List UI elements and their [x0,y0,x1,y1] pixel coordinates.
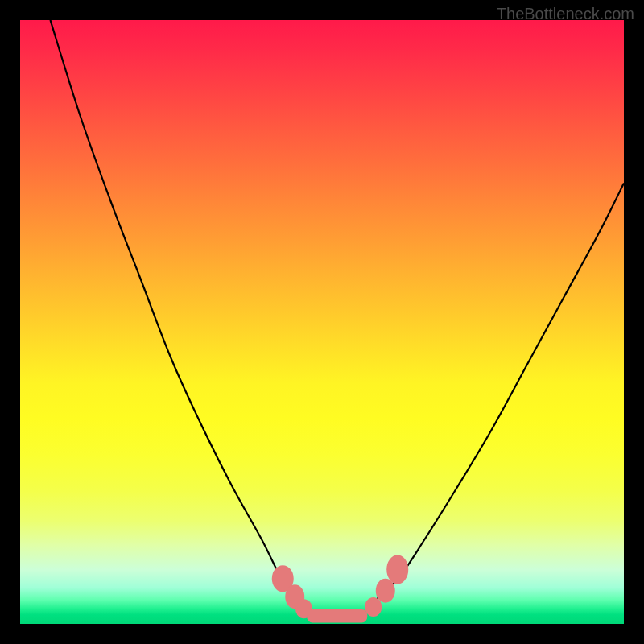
curve-right [370,184,624,606]
watermark-text: TheBottleneck.com [497,5,634,23]
markers-group [272,555,409,619]
chart-svg [20,20,624,624]
bottom-bar [307,609,367,623]
plot-area [20,20,624,624]
right-dot-1 [365,597,382,617]
curve-left [51,20,304,606]
right-dot-3 [386,555,408,584]
right-dot-2 [376,579,395,603]
